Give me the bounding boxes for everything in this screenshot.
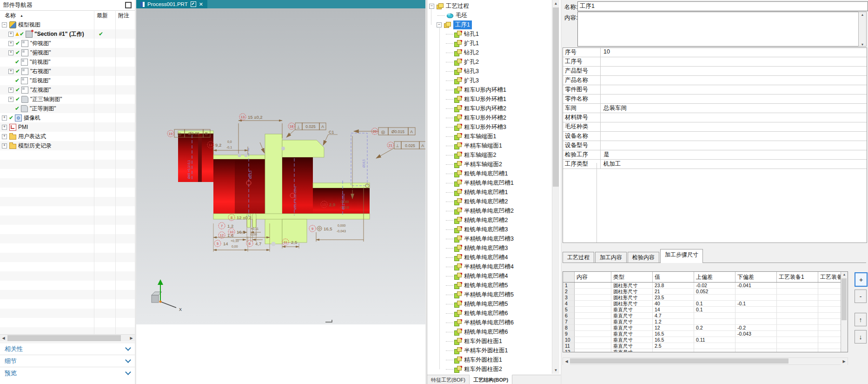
property-row[interactable]: 设备名称 xyxy=(563,132,867,141)
remove-row-button[interactable]: - xyxy=(855,290,867,303)
tree-expander[interactable]: + xyxy=(2,134,7,139)
process-op-item[interactable]: 半精铣单纯底凹槽3 xyxy=(427,234,514,243)
navigator-tree-row[interactable]: +✔摄像机 xyxy=(0,113,135,123)
navigator-tree-row[interactable]: +✔"仰视图" xyxy=(0,39,135,48)
process-op-item[interactable]: 精铣单纯底凹槽5 xyxy=(427,299,508,309)
table-row[interactable]: 4圆柱形尺寸400.1-0.1 xyxy=(563,301,848,307)
content-vscrollbar[interactable]: ▲ ▼ xyxy=(858,12,867,47)
navigator-tree-row[interactable]: +✔"正三轴测图" xyxy=(0,94,135,104)
process-op-item[interactable]: 半精铣单纯底凹槽2 xyxy=(427,206,514,216)
tab-加工内容[interactable]: 加工内容 xyxy=(595,252,627,263)
navigator-tree-row[interactable]: ✔"前视图" xyxy=(0,57,135,67)
section-相关性[interactable]: 相关性 xyxy=(0,343,135,355)
scroll-left-icon[interactable]: ◀ xyxy=(0,335,7,342)
process-tree-vscrollbar[interactable]: ▲ ▼ xyxy=(552,0,559,374)
property-row[interactable]: 产品型号 xyxy=(563,67,867,76)
process-op-item[interactable]: 精铣单纯底凹槽3 xyxy=(427,243,508,253)
process-op-item[interactable]: 半精铣单纯底凹槽6 xyxy=(427,318,514,327)
column-header[interactable] xyxy=(563,272,575,282)
process-op-item[interactable]: 钻孔2 xyxy=(427,48,479,57)
navigator-tree-row[interactable]: ✔"正等测图" xyxy=(0,104,135,114)
operation-group[interactable]: −工序1 xyxy=(427,20,472,29)
property-row[interactable]: 工序类型机加工 xyxy=(563,160,867,169)
property-row[interactable]: 零件图号 xyxy=(563,85,867,94)
process-op-item[interactable]: 半精车轴端面1 xyxy=(427,141,502,150)
process-op-item[interactable]: 粗车轴端面2 xyxy=(427,150,496,160)
process-op-item[interactable]: 粗铣单纯底凹槽2 xyxy=(427,197,508,206)
tree-expander[interactable]: − xyxy=(2,22,7,27)
scroll-left-icon[interactable]: ◀ xyxy=(563,358,570,365)
process-op-item[interactable]: 半精铣单纯底凹槽5 xyxy=(427,290,514,299)
navigator-tree-row[interactable]: +PMI xyxy=(0,122,135,132)
tab-特征工艺(BOF)[interactable]: 特征工艺(BOF) xyxy=(427,375,470,384)
process-op-item[interactable]: 半精车轴端面2 xyxy=(427,160,502,169)
process-op-item[interactable]: 粗车外圆柱面1 xyxy=(427,337,502,346)
process-op-item[interactable]: 粗铣单纯底凹槽6 xyxy=(427,309,508,318)
process-op-item[interactable]: 精铣单纯底凹槽1 xyxy=(427,188,508,197)
tree-expander[interactable]: − xyxy=(429,4,434,9)
panel-splitter[interactable] xyxy=(135,0,136,384)
process-op-item[interactable]: 粗铣单纯底凹槽1 xyxy=(427,169,508,178)
process-op-item[interactable]: 粗车U形外环槽3 xyxy=(427,122,506,132)
tree-expander[interactable]: + xyxy=(2,115,7,121)
process-op-item[interactable]: 粗车轴端面1 xyxy=(427,132,496,141)
section-预览[interactable]: 预览 xyxy=(0,367,135,379)
navigator-tree-row[interactable]: +用户表达式 xyxy=(0,132,135,141)
scrollbar-thumb[interactable] xyxy=(7,335,121,341)
table-row[interactable]: 9垂直尺寸16.5-0.043 xyxy=(563,331,848,337)
property-row[interactable]: 车间总装车间 xyxy=(563,104,867,113)
process-op-item[interactable]: 粗铣单纯底凹槽5 xyxy=(427,281,508,290)
graphics-viewport[interactable]: Ø40 +0,1/-0,1 Ø23,5 Ø23,8 -0,02/-0,041 Ø… xyxy=(136,8,425,324)
maximize-icon[interactable] xyxy=(125,2,132,8)
process-op-item[interactable]: 精铣单纯底凹槽2 xyxy=(427,216,508,225)
scroll-right-icon[interactable]: ▶ xyxy=(841,358,848,365)
tree-expander[interactable]: + xyxy=(2,125,7,130)
column-name[interactable]: 名称 xyxy=(0,12,16,20)
table-row[interactable]: 3圆柱形尺寸23.5 xyxy=(563,295,848,301)
tab-加工步骤尺寸[interactable]: 加工步骤尺寸 xyxy=(660,249,703,263)
column-header[interactable]: 工艺装备1 xyxy=(777,272,818,282)
process-op-item[interactable]: 粗铣单纯底凹槽4 xyxy=(427,253,508,262)
table-row[interactable]: 5垂直尺寸140.1 xyxy=(563,307,848,313)
table-hscrollbar[interactable]: ◀ ▶ xyxy=(563,357,848,365)
tree-expander[interactable]: + xyxy=(8,69,13,74)
process-op-item[interactable]: 粗车外圆柱面2 xyxy=(427,364,502,374)
table-row-partial[interactable]: 12垂直尺寸 xyxy=(563,349,848,352)
content-textarea[interactable] xyxy=(577,12,861,47)
scroll-up-icon[interactable]: ▲ xyxy=(841,273,848,276)
process-op-item[interactable]: 半精铣单纯底凹槽4 xyxy=(427,262,514,271)
table-row[interactable]: 11垂直尺寸2.5 xyxy=(563,343,848,349)
process-op-item[interactable]: 粗车U形外环槽1 xyxy=(427,94,506,104)
column-header[interactable]: 内容 xyxy=(575,272,611,282)
process-op-item[interactable]: 粗车U形内环槽1 xyxy=(427,85,506,94)
column-header[interactable]: 上偏差 xyxy=(694,272,735,282)
scroll-up-icon[interactable]: ▲ xyxy=(859,13,866,16)
process-op-item[interactable]: 半精车外圆柱面1 xyxy=(427,346,508,355)
close-icon[interactable]: ✕ xyxy=(199,1,203,7)
process-op-item[interactable]: 精铣单纯底凹槽6 xyxy=(427,327,508,337)
table-row[interactable]: 8垂直尺寸120.2-0.2 xyxy=(563,325,848,331)
process-op-item[interactable]: 钻孔3 xyxy=(427,67,479,76)
property-row[interactable]: 材料牌号 xyxy=(563,113,867,122)
property-row[interactable]: 零件名称 xyxy=(563,94,867,104)
blank-item[interactable]: 毛坯 xyxy=(427,11,467,20)
navigator-hscrollbar[interactable]: ◀ ▶ xyxy=(0,334,135,342)
table-row[interactable]: 2圆柱形尺寸210.052 xyxy=(563,289,848,295)
add-row-button[interactable]: + xyxy=(855,272,868,287)
navigator-tree-row[interactable]: +✔"左视图" xyxy=(0,85,135,95)
scroll-up-icon[interactable]: ▲ xyxy=(552,0,559,7)
process-op-item[interactable]: 扩孔2 xyxy=(427,57,479,67)
navigator-tree-row[interactable]: −模型视图 xyxy=(0,20,135,30)
scrollbar-thumb[interactable] xyxy=(553,7,559,187)
table-vscrollbar[interactable]: ▲ xyxy=(841,272,848,352)
scroll-right-icon[interactable]: ▶ xyxy=(128,335,135,342)
process-op-item[interactable]: 粗铣单纯底凹槽3 xyxy=(427,225,508,234)
table-header-row[interactable]: 内容类型值上偏差下偏差工艺装备1工艺装备2名称 xyxy=(563,272,848,283)
tree-expander[interactable]: + xyxy=(2,143,7,148)
property-row[interactable]: 产品名称 xyxy=(563,76,867,85)
property-row[interactable]: 检验工序是 xyxy=(563,150,867,160)
tab-工艺过程[interactable]: 工艺过程 xyxy=(563,252,594,263)
scroll-down-icon[interactable]: ▼ xyxy=(552,367,559,374)
process-op-item[interactable]: 半精铣单纯底凹槽1 xyxy=(427,178,514,188)
scroll-down-icon[interactable]: ▼ xyxy=(859,43,866,46)
